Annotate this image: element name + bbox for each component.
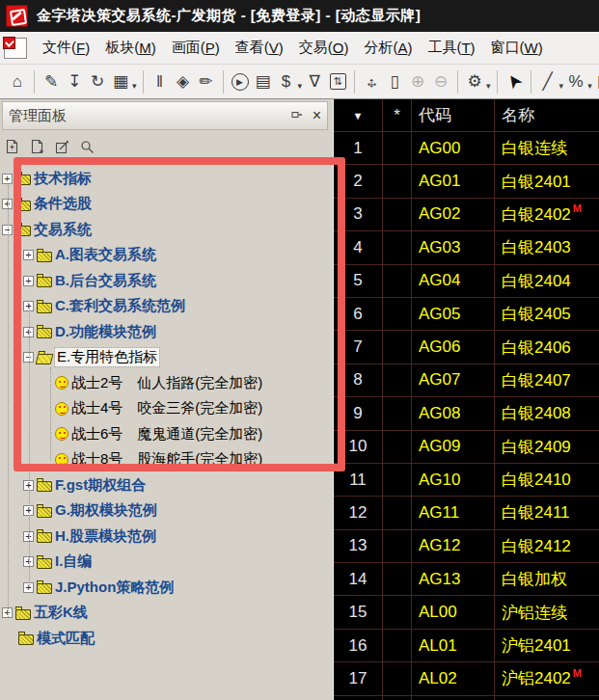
table-row[interactable]: 5AG04白银2404	[334, 265, 599, 298]
contract-code: AG10	[412, 464, 495, 496]
dollar-icon-dropdown-caret[interactable]: ▾	[298, 81, 303, 91]
tree-item[interactable]: 模式匹配	[0, 626, 333, 652]
menu-item-P[interactable]: 画面(P)	[164, 32, 228, 64]
menu-item-O[interactable]: 交易(O)	[291, 32, 357, 64]
table-row[interactable]: 3AG02白银2402M	[334, 199, 599, 231]
row-number: 10	[334, 431, 383, 463]
folder-icon	[37, 507, 52, 518]
tree-item[interactable]: +C.套利交易系统范例	[0, 294, 333, 320]
menu-item-A[interactable]: 分析(A)	[356, 32, 420, 64]
row-number: 2	[334, 165, 383, 197]
code-column-header[interactable]: 代码	[412, 99, 495, 131]
download-icon[interactable]: ↧	[65, 69, 84, 94]
sliders-icon[interactable]: ‖	[150, 69, 170, 94]
pin-icon[interactable]	[291, 109, 303, 122]
play-circle-icon[interactable]: ▶	[231, 69, 250, 94]
sort-updown-icon[interactable]: ⇅	[328, 69, 347, 94]
alert-diamond-icon[interactable]: ◈	[174, 69, 193, 94]
contract-code: AL03	[412, 696, 495, 700]
tree-item-label: C.套利交易系统范例	[55, 297, 185, 315]
tree-item[interactable]: +条件选股	[0, 192, 333, 218]
folder-icon	[37, 558, 52, 569]
tree-item[interactable]: +H.股票模块范例	[0, 524, 333, 550]
settings-gear-icon-dropdown-caret[interactable]: ▾	[486, 81, 491, 91]
table-row[interactable]: 12AG11白银2411	[334, 497, 599, 529]
settings-gear-icon[interactable]: ⚙	[465, 69, 484, 94]
refresh-icon[interactable]: ↻	[88, 69, 107, 94]
table-row[interactable]: 9AG08白银2408	[334, 397, 599, 430]
line-tool-icon[interactable]: ╱	[538, 69, 558, 94]
name-column-header[interactable]: 名称	[495, 99, 599, 131]
tree-item-label: F.gst期权组合	[55, 476, 146, 495]
percent-tool-icon-dropdown-caret[interactable]: ▾	[587, 81, 592, 91]
search-icon[interactable]	[79, 139, 95, 155]
layout-grid-icon[interactable]: ▦	[111, 69, 130, 94]
percent-tool-icon[interactable]: %	[566, 69, 585, 94]
table-row[interactable]: 8AG07白银2407	[334, 364, 599, 397]
edit-strategy-icon[interactable]	[54, 139, 70, 155]
edit-icon[interactable]: ✏	[197, 69, 216, 94]
filter-icon[interactable]: ∇	[305, 69, 324, 94]
line-tool-icon-dropdown-caret[interactable]: ▾	[559, 81, 564, 91]
table-row[interactable]: 6AG05白银2405	[334, 298, 599, 331]
tree-item[interactable]: +技术指标	[0, 166, 333, 192]
contract-code: AG01	[412, 165, 495, 197]
pen-icon[interactable]: ✎	[41, 69, 61, 94]
menu-item-M[interactable]: 板块(M)	[97, 32, 164, 64]
tree-item[interactable]: +D.功能模块范例	[0, 319, 333, 345]
star-cell	[383, 199, 412, 230]
expand-plus-icon[interactable]: +	[2, 174, 13, 184]
table-row[interactable]: 18AL03沪铝2403	[334, 696, 599, 700]
toolbar-separator	[531, 70, 531, 94]
tree-item-label: 五彩K线	[34, 604, 88, 622]
star-column-header[interactable]: *	[383, 99, 412, 131]
tree-item[interactable]: +I.自编	[0, 550, 333, 576]
table-row[interactable]: 13AG12白银2412	[334, 530, 599, 563]
dollar-icon[interactable]: $	[277, 69, 296, 94]
expand-plus-icon[interactable]: +	[23, 276, 34, 286]
contract-name: 白银连续	[495, 132, 599, 164]
folder-icon	[18, 634, 34, 645]
close-icon[interactable]: ×	[313, 108, 321, 123]
menu-item-T[interactable]: 工具(T)	[420, 32, 482, 64]
tree-item[interactable]: −交易系统	[0, 217, 333, 243]
contract-name: 白银2412	[495, 530, 599, 562]
tree-item[interactable]: +A.图表交易系统	[0, 243, 333, 269]
cursor-arrow-icon[interactable]: ➤	[504, 69, 524, 94]
table-row[interactable]: 17AL02沪铝2402M	[334, 662, 599, 695]
row-number: 13	[334, 530, 383, 562]
expand-plus-icon[interactable]: +	[23, 250, 34, 260]
toolbar-separator	[497, 70, 498, 94]
new-strategy-icon[interactable]	[4, 139, 20, 155]
table-row[interactable]: 16AL01沪铝2401	[334, 630, 599, 662]
tree-item-label: H.股票模块范例	[55, 527, 156, 546]
sort-column-header[interactable]: ▼	[334, 99, 383, 131]
copy-strategy-icon[interactable]	[29, 139, 45, 155]
table-row[interactable]: 14AG13白银加权	[334, 563, 599, 596]
menu-item-F[interactable]: 文件(F)	[35, 32, 97, 64]
layout-grid-icon-dropdown-caret[interactable]: ▾	[132, 81, 137, 91]
tree-item[interactable]: +五彩K线	[0, 601, 333, 627]
table-row[interactable]: 15AL00沪铝连续	[334, 596, 599, 629]
folder-icon	[37, 328, 52, 338]
table-row[interactable]: 10AG09白银2409	[334, 431, 599, 464]
bars-tool-icon[interactable]: ▥	[595, 69, 599, 94]
menu-item-V[interactable]: 查看(V)	[228, 32, 291, 64]
ruler-icon[interactable]: ▯	[385, 69, 404, 94]
move-icon[interactable]	[362, 69, 381, 94]
home-icon[interactable]: ⌂	[8, 69, 27, 94]
table-row[interactable]: 4AG03白银2403	[334, 231, 599, 264]
row-number: 3	[334, 199, 383, 230]
tree-item[interactable]: +G.期权模块范例	[0, 498, 333, 525]
tree-item[interactable]: +F.gst期权组合	[0, 472, 333, 498]
tree-item[interactable]: +J.Python策略范例	[0, 575, 333, 601]
menu-item-W[interactable]: 窗口(W)	[483, 32, 551, 64]
document-icon[interactable]: ▤	[254, 69, 273, 94]
table-row[interactable]: 7AG06白银2406	[334, 331, 599, 363]
folder-icon	[37, 583, 52, 594]
tree-item[interactable]: +B.后台交易系统	[0, 268, 333, 294]
table-row[interactable]: 2AG01白银2401	[334, 165, 599, 198]
table-row[interactable]: 11AG10白银2410	[334, 464, 599, 497]
contract-code: AG05	[412, 298, 495, 330]
table-row[interactable]: 1AG00白银连续	[334, 132, 599, 165]
